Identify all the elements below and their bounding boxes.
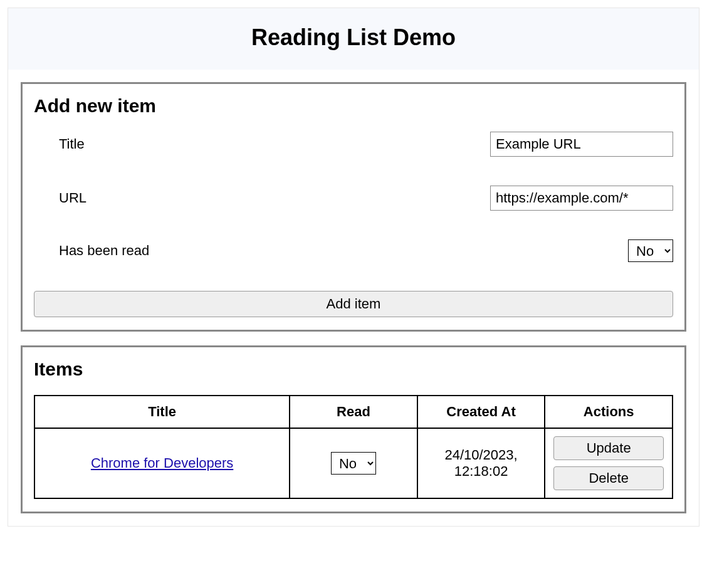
delete-button[interactable]: Delete (553, 466, 664, 490)
table-header-row: Title Read Created At Actions (34, 396, 673, 428)
cell-title: Chrome for Developers (34, 428, 290, 498)
app-header: Reading List Demo (8, 8, 699, 70)
form-row-url: URL (34, 186, 673, 211)
items-heading: Items (34, 359, 673, 380)
read-label: Has been read (59, 243, 149, 259)
cell-created: 24/10/2023, 12:18:02 (417, 428, 545, 498)
title-label: Title (59, 136, 85, 152)
page-title: Reading List Demo (8, 24, 699, 51)
update-button[interactable]: Update (553, 436, 664, 460)
title-input[interactable] (490, 132, 673, 157)
form-row-read: Has been read NoYes (34, 239, 673, 262)
add-item-panel: Add new item Title URL Has been read NoY… (21, 82, 686, 332)
col-header-actions: Actions (545, 396, 673, 428)
content-area: Add new item Title URL Has been read NoY… (8, 70, 699, 526)
col-header-title: Title (34, 396, 290, 428)
col-header-read: Read (290, 396, 417, 428)
form-row-title: Title (34, 132, 673, 157)
table-row: Chrome for Developers NoYes 24/10/2023, … (34, 428, 673, 498)
items-panel: Items Title Read Created At Actions (21, 345, 686, 513)
items-tbody: Chrome for Developers NoYes 24/10/2023, … (34, 428, 673, 498)
add-item-heading: Add new item (34, 95, 673, 117)
item-link[interactable]: Chrome for Developers (91, 455, 233, 471)
row-read-select[interactable]: NoYes (331, 452, 376, 475)
add-item-button[interactable]: Add item (34, 291, 673, 317)
app-container: Reading List Demo Add new item Title URL… (8, 8, 699, 527)
cell-actions: Update Delete (545, 428, 673, 498)
cell-read: NoYes (290, 428, 417, 498)
url-label: URL (59, 190, 86, 206)
url-input[interactable] (490, 186, 673, 211)
items-table: Title Read Created At Actions Chrome for… (34, 395, 673, 499)
read-select[interactable]: NoYes (628, 239, 673, 262)
col-header-created: Created At (417, 396, 545, 428)
